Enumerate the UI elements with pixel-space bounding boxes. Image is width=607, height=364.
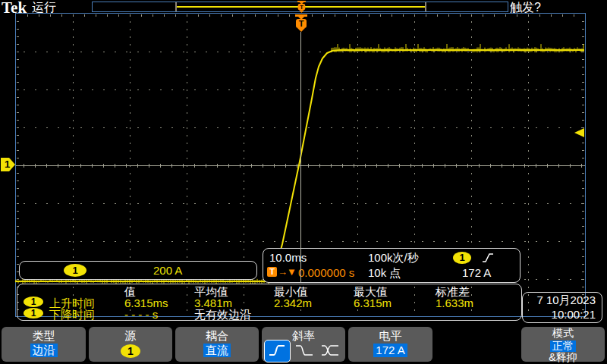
trigger-level-arrow-icon[interactable] (574, 128, 584, 137)
trigger-level-value: 172 A (462, 266, 491, 279)
trigger-pin-tip (299, 10, 304, 12)
trigger-position-record-marker[interactable]: T (297, 1, 306, 13)
meas-row-max: 6.315m (354, 297, 392, 309)
trigger-position-marker[interactable]: T (295, 14, 307, 32)
trigger-pin-t: T (296, 19, 307, 28)
channel1-ground-marker[interactable]: 1 (1, 158, 15, 171)
channel1-scale: 200 A (153, 264, 182, 277)
meas-row-badge: 1 (24, 297, 43, 307)
source-channel-badge: 1 (121, 344, 140, 358)
menu-value-selected: 172 A (373, 344, 407, 357)
menu-value-selected: 直流 (203, 344, 231, 357)
both-slopes-icon[interactable] (320, 344, 340, 357)
menu-label: 耦合 (175, 329, 259, 342)
menu-trigger-source[interactable]: 源 1 (89, 327, 172, 362)
falling-slope-icon[interactable] (294, 344, 314, 357)
meas-row-name: 下降时间 (49, 308, 95, 322)
sample-rate: 100k次/秒 (368, 251, 419, 265)
channel1-badge: 1 (64, 264, 86, 277)
menu-value-selected: 边沿 (30, 344, 58, 357)
trigger-position-line (300, 32, 301, 282)
trigger-pin-t: T (298, 4, 306, 10)
meas-row-value: - - - - s (124, 308, 158, 321)
channel1-readout: 1 200 A (19, 261, 257, 280)
menu-trigger-coupling[interactable]: 耦合 直流 (175, 327, 259, 362)
record-window-tick (425, 2, 426, 11)
waveform-trace (15, 50, 584, 281)
meas-row-stddev: 1.633m (436, 297, 473, 309)
trigger-position-arrows-icon: →▼ (278, 266, 296, 278)
menu-value-secondary: &释抑 (521, 352, 605, 363)
horizontal-trigger-readout: 10.0ms 100k次/秒 1 T →▼ 0.000000 s 10k 点 1… (263, 248, 521, 283)
menu-label: 电平 (348, 329, 432, 342)
menu-label: 模式 (521, 328, 605, 339)
slope-options (262, 339, 345, 362)
meas-row-min: 2.342m (274, 297, 312, 309)
time-label: 10:00:21 (523, 307, 602, 322)
rising-edge-icon (482, 252, 494, 264)
meas-row-badge: 1 (24, 308, 43, 318)
date-label: 7 10月2023 (523, 293, 602, 307)
trigger-source-badge: 1 (453, 252, 471, 264)
softkey-menu-bar: 类型 边沿 源 1 耦合 直流 斜率 (0, 325, 607, 364)
meas-row-mean: 无有效边沿 (194, 308, 251, 322)
menu-trigger-mode[interactable]: 模式 正常 &释抑 (521, 327, 605, 362)
menu-trigger-slope[interactable]: 斜率 (262, 327, 345, 362)
menu-trigger-level[interactable]: 电平 172 A (348, 327, 432, 362)
record-length: 10k 点 (368, 266, 401, 281)
menu-label: 类型 (2, 329, 86, 342)
trigger-pin-tip (297, 28, 305, 32)
menu-label: 源 (89, 329, 172, 342)
datetime-box: 7 10月2023 10:00:21 (522, 292, 602, 323)
oscilloscope-screen: Tek 运行 T 触发? T 1 1 200 A 10.0ms 100k次/秒 … (0, 0, 607, 364)
rising-slope-icon[interactable] (268, 343, 286, 358)
menu-value-selected: 正常 (550, 340, 576, 352)
trigger-position-value: 0.000000 s (298, 266, 354, 279)
menu-trigger-type[interactable]: 类型 边沿 (2, 327, 86, 362)
trigger-t-icon: T (267, 267, 277, 277)
measurements-panel: 值 平均值 最小值 最大值 标准差 1 上升时间 6.315ms 3.481m … (17, 284, 522, 321)
